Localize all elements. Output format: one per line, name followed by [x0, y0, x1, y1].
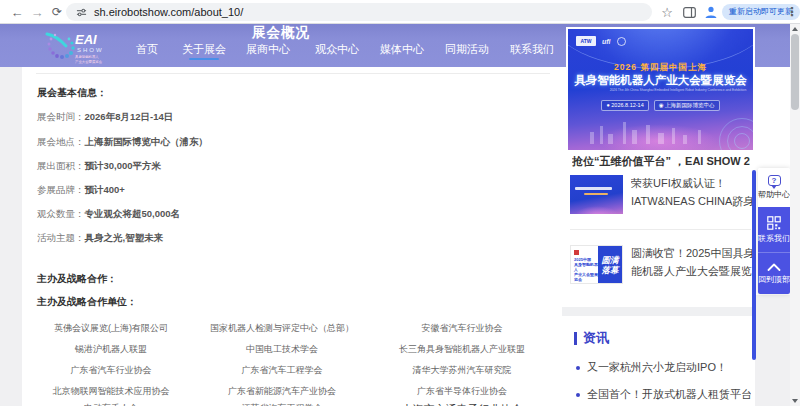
info-label: 展会时间：: [37, 111, 85, 122]
banner-logos: ATW ufi: [576, 36, 626, 46]
news-thumbnail: [570, 175, 623, 214]
heading-accent-bar: [574, 332, 577, 345]
org-name: 长三角具身智能机器人产业联盟: [364, 343, 560, 356]
featured-article-link[interactable]: 抢位“五维价值平台” ，EAI SHOW 2026，...: [572, 154, 750, 169]
nav-exhibitor-center[interactable]: 展商中心: [246, 42, 290, 56]
date-badge: ● 2026.8.12-14: [601, 100, 648, 111]
sidebar-zixun-panel: 资讯 又一家杭州六小龙启动IPO！ 全国首个！开放式机器人租赁平台“擎天租...: [566, 316, 755, 406]
list-item[interactable]: 全国首个！开放式机器人租赁平台“擎天租...: [576, 387, 751, 402]
svg-text:EAI: EAI: [75, 32, 97, 47]
list-divider: [570, 229, 751, 230]
venue-badge: ◉ 上海新国际博览中心: [654, 100, 720, 111]
thumb-closing-text: 圆满 落幕: [598, 246, 622, 283]
zixun-heading: 资讯: [574, 329, 609, 347]
org-name: 上海市交通电子行业协会: [364, 402, 560, 406]
sidebar-scrollbar-thumb[interactable]: [752, 170, 756, 360]
org-name: 广东省半导体行业协会: [364, 385, 560, 398]
svg-text:SHOW: SHOW: [77, 47, 104, 53]
profile-avatar-icon[interactable]: [703, 4, 719, 20]
info-row-time: 展会时间：2026年8月12日-14日: [37, 111, 173, 124]
main-content: 展会基本信息： 展会时间：2026年8月12日-14日 展会地点：上海新国际博览…: [22, 67, 560, 406]
scroll-down-arrow-icon[interactable]: [790, 396, 800, 406]
bookmark-star-icon[interactable]: ☆: [659, 4, 675, 20]
news-title[interactable]: 荣获UFI权威认证！ IATW&NEAS CHINA跻身...: [631, 175, 752, 210]
scroll-up-arrow-icon[interactable]: [790, 24, 800, 34]
info-heading: 展会基本信息：: [37, 86, 107, 100]
info-value: 上海新国际博览中心（浦东）: [85, 136, 209, 147]
info-value: 具身之光,智塑未来: [85, 232, 164, 243]
nav-contact-us[interactable]: 联系我们: [510, 42, 554, 56]
sidebar-news-panel: ATW ufi 2026 第四届中国上海 具身智能机器人产业大会暨展览会 202…: [566, 27, 755, 307]
news-title[interactable]: 圆满收官！2025中国具身智 能机器人产业大会暨展览...: [631, 245, 752, 280]
page-title: 展会概况: [181, 24, 381, 42]
event-banner[interactable]: ATW ufi 2026 第四届中国上海 具身智能机器人产业大会暨展览会 202…: [568, 29, 753, 150]
browser-scrollbar[interactable]: [790, 24, 800, 406]
url-text[interactable]: sh.eirobotshow.com/about_10/: [94, 6, 243, 18]
site-info-icon[interactable]: [76, 7, 87, 18]
org-name: 北京物联网智能技术应用协会: [22, 385, 200, 398]
info-value: 预计400+: [85, 184, 125, 195]
info-value: 专业观众将超50,000名: [85, 208, 181, 219]
org-name: 英佛会议展览(上海)有限公司: [22, 322, 200, 335]
info-row-brands: 参展品牌：预计400+: [37, 184, 125, 197]
info-label: 活动主题：: [37, 232, 85, 243]
info-label: 展出面积：: [37, 160, 85, 171]
nav-home[interactable]: 首页: [135, 42, 159, 56]
info-row-area: 展出面积：预计30,000平方米: [37, 160, 161, 173]
right-background-strip: [755, 295, 790, 406]
table-row: 锡港沪机器人联盟 中国电工技术学会 长三角具身智能机器人产业联盟: [22, 343, 560, 356]
nav-media-center[interactable]: 媒体中心: [380, 42, 424, 56]
list-item[interactable]: 2025中国 具身智能机器人 产业大会暨展览会 圆满 落幕 圆满收官！2025中…: [570, 243, 752, 287]
browser-toolbar: ← → ⟳ sh.eirobotshow.com/about_10/ ☆: [0, 0, 800, 24]
browser-menu-icon[interactable]: ⋮: [784, 4, 800, 20]
eai-show-logo[interactable]: EAI SHOW 具身智能机器人 产业大会暨展览会: [44, 27, 110, 69]
table-row: 广东省汽车行业协会 广东省汽车工程学会 清华大学苏州汽车研究院: [22, 364, 560, 377]
back-to-top-label: 回到顶部: [758, 274, 790, 285]
organizer-heading-2: 主办及战略合作单位：: [37, 295, 137, 309]
info-value: 2026年8月12日-14日: [85, 111, 174, 122]
panel-gap: [562, 307, 755, 316]
organizer-heading-1: 主办及战略合作：: [37, 272, 117, 286]
back-icon[interactable]: ←: [8, 3, 26, 21]
news-thumbnail: 2025中国 具身智能机器人 产业大会暨展览会 圆满 落幕: [570, 245, 623, 284]
emblem-logo: [617, 37, 626, 46]
side-panel-icon[interactable]: [681, 4, 697, 20]
info-label: 观众数量：: [37, 208, 85, 219]
org-name: 清华大学苏州汽车研究院: [364, 364, 560, 377]
info-row-visitors: 观众数量：专业观众将超50,000名: [37, 208, 180, 221]
info-value: 预计30,000平方米: [85, 160, 162, 171]
info-label: 参展品牌：: [37, 184, 85, 195]
help-center-label: 帮助中心: [758, 189, 790, 200]
forward-icon[interactable]: →: [28, 3, 46, 21]
org-name: 电动车千人会: [22, 402, 200, 406]
list-item[interactable]: 荣获UFI权威认证！ IATW&NEAS CHINA跻身...: [570, 173, 752, 217]
address-bar[interactable]: sh.eirobotshow.com/about_10/: [66, 3, 652, 21]
page-viewport: EAI SHOW 具身智能机器人 产业大会暨展览会 展会概况 首页 关于展会 展…: [0, 24, 800, 406]
logo-dot-swirl: [48, 34, 75, 59]
nav-about[interactable]: 关于展会: [182, 42, 226, 56]
nav-visitor-center[interactable]: 观众中心: [315, 42, 359, 56]
active-nav-underline: [189, 58, 219, 60]
banner-subtitle-en: 2026 The 4th China Shanghai Embodied Int…: [610, 88, 712, 91]
bullet-icon: [576, 366, 580, 370]
org-name: 江苏省汽车工程学会: [200, 402, 364, 406]
chevron-up-icon: [767, 263, 781, 271]
bullet-icon: [576, 393, 580, 397]
reload-icon[interactable]: ⟳: [48, 3, 66, 21]
table-row: 英佛会议展览(上海)有限公司 国家机器人检测与评定中心（总部） 安徽省汽车行业协…: [22, 322, 560, 335]
banner-badges: ● 2026.8.12-14 ◉ 上海新国际博览中心: [568, 100, 753, 111]
banner-title: 具身智能机器人产业大会暨展览会: [568, 73, 753, 88]
scrollbar-thumb[interactable]: [791, 34, 799, 110]
contact-us-button[interactable]: 联系我们: [758, 207, 790, 252]
org-name: 安徽省汽车行业协会: [364, 322, 560, 335]
qr-code-icon: [767, 216, 781, 230]
org-name: 广东省新能源汽车产业协会: [200, 385, 364, 398]
info-row-theme: 活动主题：具身之光,智塑未来: [37, 232, 163, 245]
back-to-top-button[interactable]: 回到顶部: [758, 252, 790, 294]
nav-concurrent-events[interactable]: 同期活动: [445, 42, 489, 56]
help-center-button[interactable]: ? 帮助中心: [758, 168, 790, 207]
org-name: 国家机器人检测与评定中心（总部）: [200, 322, 364, 335]
org-name: 锡港沪机器人联盟: [22, 343, 200, 356]
list-item[interactable]: 又一家杭州六小龙启动IPO！: [576, 360, 751, 375]
svg-text:具身智能机器人: 具身智能机器人: [75, 55, 99, 59]
